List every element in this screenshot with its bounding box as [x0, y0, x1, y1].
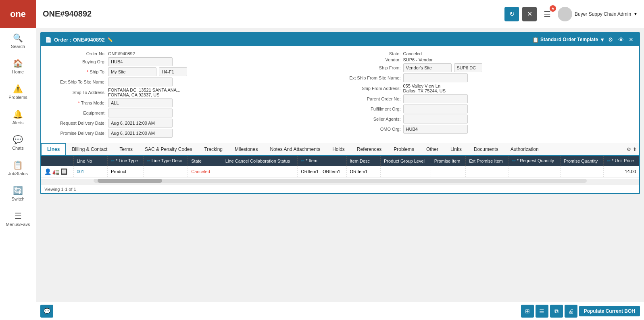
tab-problems[interactable]: Problems [388, 143, 420, 155]
menu-icon: ☰ [15, 211, 22, 221]
close-button[interactable]: ✕ [522, 7, 537, 21]
populate-boh-button[interactable]: Populate Current BOH [579, 306, 640, 316]
tab-tracking[interactable]: Tracking [198, 143, 229, 155]
bottom-copy-btn[interactable]: ⧉ [550, 305, 563, 318]
user-area[interactable]: Buyer Suppy Chain Admin ▼ [558, 7, 638, 21]
sidebar-item-search-label: Search [11, 44, 25, 49]
sidebar-item-switch[interactable]: 🔄 Switch [0, 181, 36, 206]
tab-bar-actions: ⚙ ⬆ [624, 143, 639, 155]
sidebar-item-chats[interactable]: 💬 Chats [0, 130, 36, 155]
panel-order-title: Order : ONE#940892 [54, 37, 105, 43]
panel-settings-btn[interactable]: ⚙ [606, 36, 615, 44]
chevron-down-icon: ▼ [634, 12, 638, 16]
col-promise-qty: Promise Quantity [560, 156, 603, 166]
ext-ship-to-site-row: Ext Ship To Site Name: [49, 77, 336, 86]
panel-close-btn[interactable]: ✕ [627, 36, 635, 44]
promise-delivery-input[interactable] [108, 129, 173, 138]
tab-documents[interactable]: Documents [468, 143, 504, 155]
notification-badge: ★ [550, 5, 556, 12]
horizontal-scrollbar[interactable] [41, 179, 639, 185]
ship-from-dc-input[interactable] [454, 63, 482, 72]
cell-state: Canceled [188, 166, 222, 178]
tab-sac[interactable]: SAC & Penalty Codes [139, 143, 198, 155]
home-icon: 🏠 [13, 59, 23, 68]
row-edit-icon[interactable]: 🔲 [60, 168, 67, 175]
ext-ship-from-site-row: Ext Ship From Site Name: [344, 73, 631, 82]
ext-ship-from-site-input[interactable] [403, 73, 468, 82]
table-settings-icon[interactable]: ⚙ [627, 146, 631, 152]
chat-button[interactable]: 💬 [40, 305, 53, 318]
menu-button[interactable]: ☰ ★ [540, 7, 554, 21]
template-label: Standard Order Template [540, 37, 598, 42]
buying-org-input[interactable] [108, 57, 173, 66]
tab-authorization[interactable]: Authorization [504, 143, 545, 155]
tab-terms[interactable]: Terms [113, 143, 139, 155]
request-delivery-input[interactable] [108, 119, 173, 128]
sidebar-item-chats-label: Chats [12, 146, 24, 151]
row-truck-icon[interactable]: 🚛 [52, 168, 59, 175]
sidebar-item-home[interactable]: 🏠 Home [0, 54, 36, 79]
col-actions [41, 156, 73, 166]
col-collab-status: Line Cancel Collaboration Status [222, 156, 297, 166]
col-ext-promise-item: Ext Promise Item [466, 156, 509, 166]
main-area: ONE#940892 ↻ ✕ ☰ ★ Buyer Suppy Chain Adm… [36, 0, 644, 320]
ext-ship-to-site-input[interactable] [108, 77, 173, 86]
panel-view-btn[interactable]: 👁 [617, 36, 625, 44]
ext-ship-to-site-label: Ext Ship To Site Name: [49, 79, 106, 84]
sidebar-item-search[interactable]: 🔍 Search [0, 28, 36, 54]
tab-references[interactable]: References [351, 143, 388, 155]
template-dropdown-icon[interactable]: ▼ [600, 37, 605, 43]
buying-org-row: Buying Org: [49, 57, 336, 66]
omo-org-input[interactable] [403, 125, 468, 134]
edit-title-icon[interactable]: ✏️ [107, 37, 113, 42]
refresh-button[interactable]: ↻ [504, 7, 519, 21]
sidebar-item-alerts[interactable]: 🔔 Alerts [0, 105, 36, 130]
tab-links[interactable]: Links [444, 143, 468, 155]
sidebar-item-jobstatus[interactable]: 📋 JobStatus [0, 155, 36, 181]
collapse-icon[interactable]: ⬆ [633, 146, 637, 152]
problems-icon: ⚠️ [13, 84, 23, 94]
fulfillment-org-input[interactable] [403, 105, 468, 113]
ship-to-address-row: Ship To Address: FONTANA DC, 13521 SANTA… [49, 88, 336, 97]
equipment-input[interactable] [108, 109, 173, 117]
viewing-text: Viewing 1-1 of 1 [41, 185, 639, 193]
tab-milestones[interactable]: Milestones [229, 143, 264, 155]
ship-from-address-value: 055 Valley View Ln Dallas, TX 75244, US [403, 84, 446, 93]
tab-other[interactable]: Other [420, 143, 444, 155]
tab-billing[interactable]: Billing & Contact [66, 143, 113, 155]
col-line-type-desc: ✏Line Type Desc [143, 156, 188, 166]
scroll-thumb[interactable] [98, 179, 162, 183]
form-right-col: State: Canceled Vendor: SUP6 - Vendor Sh… [344, 50, 631, 139]
alerts-icon: 🔔 [13, 109, 23, 119]
bottom-list-btn[interactable]: ☰ [536, 305, 548, 318]
user-name: Buyer Suppy Chain Admin [575, 11, 631, 17]
row-person-icon[interactable]: 👤 [44, 168, 51, 175]
tab-lines[interactable]: Lines [41, 143, 66, 156]
ship-to-label: Ship To: [49, 69, 106, 74]
tab-holds[interactable]: Holds [326, 143, 351, 155]
tab-notes[interactable]: Notes And Attachments [264, 143, 326, 155]
sidebar-item-menusfavs[interactable]: ☰ Menus/Favs [0, 206, 36, 232]
app-logo[interactable]: one [0, 0, 36, 28]
parent-order-input[interactable] [403, 94, 468, 103]
sidebar-item-problems[interactable]: ⚠️ Problems [0, 79, 36, 105]
grid-icon: ⊞ [525, 308, 530, 314]
line-no-link[interactable]: 001 [77, 169, 84, 174]
bottom-grid-btn[interactable]: ⊞ [521, 305, 534, 318]
seller-agents-input[interactable] [403, 115, 468, 123]
sidebar-item-alerts-label: Alerts [12, 120, 23, 125]
cell-unit-price: 14.00 [604, 166, 639, 178]
trans-mode-input[interactable] [108, 98, 173, 107]
vendor-row: Vendor: SUP6 - Vendor [344, 57, 631, 62]
ship-to-code-input[interactable] [159, 67, 187, 76]
ship-from-site-input[interactable] [403, 63, 452, 72]
sidebar-item-switch-label: Switch [11, 197, 24, 201]
equipment-row: Equipment: [49, 109, 336, 117]
ship-to-site-input[interactable] [108, 67, 156, 76]
cell-promise-item [431, 166, 465, 178]
cell-request-qty [509, 166, 560, 178]
col-request-qty: ✏* Request Quantity [509, 156, 560, 166]
search-icon: 🔍 [13, 33, 23, 43]
col-item: ✏* Item [298, 156, 346, 166]
bottom-print-btn[interactable]: 🖨 [565, 305, 577, 318]
